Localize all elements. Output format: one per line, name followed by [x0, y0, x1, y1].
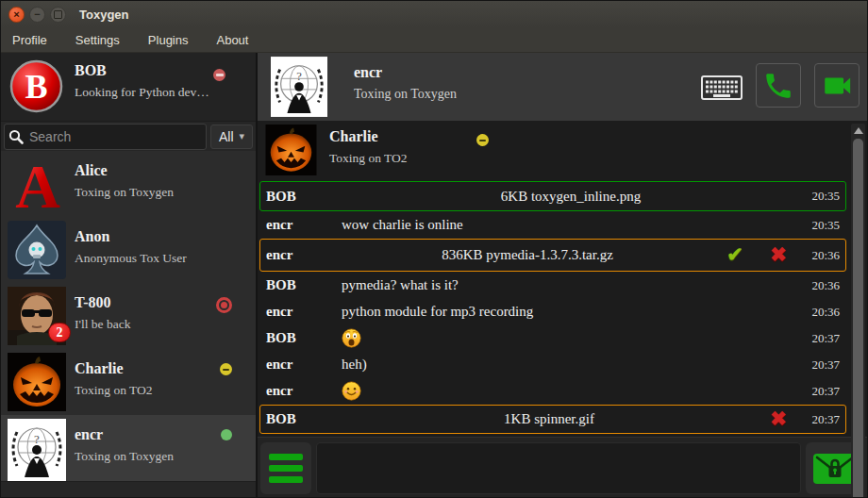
decline-transfer-button[interactable]: ✖: [757, 245, 800, 265]
chat-scrollbar[interactable]: [851, 124, 865, 498]
menu-bar: Profile Settings Plugins About: [1, 27, 867, 53]
encr-avatar: ?: [8, 419, 66, 481]
message-file-transfer: BOB 1KB spinner.gif ✖ 20:37: [259, 405, 846, 434]
chat-peer-header: Charlie Toxing on TO2: [258, 121, 867, 179]
contact-row-alice[interactable]: A Alice Toxing on Toxygen: [1, 151, 256, 217]
contact-list: A Alice Toxing on Toxygen Anon Anonymous…: [1, 151, 256, 498]
message-sender: BOB: [266, 330, 342, 346]
message-text: BOB pymedia? what is it? 20:36: [259, 273, 846, 298]
message-body: pymedia? what is it?: [342, 277, 800, 293]
message-sender: BOB: [266, 189, 342, 205]
phone-icon: [762, 70, 794, 102]
file-transfer-label: 836KB pymedia-1.3.7.3.tar.gz: [342, 247, 713, 263]
message-body: [342, 381, 800, 401]
svg-text:A: A: [15, 155, 60, 215]
svg-text:?: ?: [296, 70, 302, 83]
chevron-down-icon: ▾: [239, 130, 244, 142]
minimize-button[interactable]: −: [29, 7, 45, 23]
charlie-avatar: [8, 353, 66, 411]
hamburger-icon: [269, 465, 303, 472]
active-contact-avatar: ?: [271, 56, 327, 118]
message-file-transfer: BOB 6KB toxygen_inline.png 20:35: [259, 181, 846, 211]
arrow-up-icon: [854, 127, 863, 134]
smile-emoji: [342, 381, 361, 401]
message-body: [342, 328, 800, 348]
self-avatar: B: [9, 59, 63, 113]
message-emoji: encr: [259, 378, 846, 404]
message-body: python module for mp3 recording: [342, 304, 800, 320]
left-panel: B BOB Looking for Python dev… All ▾: [1, 53, 256, 498]
menu-plugins[interactable]: Plugins: [148, 33, 189, 47]
message-input-bar: [258, 437, 867, 498]
contact-status-message: Toxing on Toxygen: [75, 185, 174, 200]
close-button[interactable]: ×: [8, 7, 25, 23]
message-input[interactable]: [316, 442, 801, 494]
online-status-icon: [221, 429, 232, 440]
menu-settings[interactable]: Settings: [75, 33, 120, 47]
video-call-button[interactable]: [814, 63, 860, 108]
message-body: wow charlie is online: [342, 217, 800, 233]
message-sender: encr: [266, 217, 342, 233]
chat-peer-status-message: Toxing on TO2: [329, 151, 408, 166]
audio-call-button[interactable]: [756, 63, 801, 108]
contact-row-encr[interactable]: ? encr Toxing on Toxygen: [1, 415, 256, 481]
message-text: encr heh) 20:37: [259, 352, 846, 377]
contact-name: Charlie: [75, 360, 124, 377]
fearful-emoji: [342, 328, 361, 348]
contact-filter-dropdown[interactable]: All ▾: [210, 124, 253, 149]
message-time: 20:37: [800, 331, 840, 346]
accept-transfer-button[interactable]: ✔: [713, 245, 757, 265]
maximize-button[interactable]: [50, 7, 66, 23]
away-status-icon: [220, 363, 232, 375]
message-body: heh): [342, 357, 800, 373]
message-sender: encr: [266, 304, 342, 320]
self-profile[interactable]: B BOB Looking for Python dev…: [1, 53, 256, 121]
keyboard-icon[interactable]: [701, 75, 743, 100]
message-time: 20:37: [800, 412, 840, 427]
window-title: Toxygen: [79, 8, 129, 22]
message-time: 20:37: [800, 357, 840, 373]
search-input[interactable]: [27, 128, 202, 145]
search-box: [4, 124, 207, 150]
message-sender: encr: [266, 383, 342, 399]
chat-panel: Charlie Toxing on TO2 BOB 6KB toxygen_in…: [258, 121, 867, 498]
menu-profile[interactable]: Profile: [12, 33, 47, 47]
contact-status-message: Toxing on TO2: [75, 383, 153, 398]
away-status-icon: [476, 134, 489, 146]
message-time: 20:35: [800, 189, 840, 204]
message-sender: BOB: [266, 411, 342, 427]
message-time: 20:35: [800, 218, 840, 233]
search-row: All ▾: [1, 121, 256, 151]
message-file-transfer: encr 836KB pymedia-1.3.7.3.tar.gz ✔ ✖ 20…: [259, 239, 846, 272]
contact-list-filler: [1, 481, 256, 498]
alice-avatar: A: [8, 155, 68, 215]
file-transfer-label: 6KB toxygen_inline.png: [342, 189, 800, 205]
message-time: 20:36: [800, 248, 840, 263]
active-contact-status-message: Toxing on Toxygen: [354, 87, 457, 102]
message-sender: encr: [266, 247, 342, 263]
contact-name: T-800: [75, 294, 111, 311]
chat-menu-button[interactable]: [260, 442, 311, 494]
contact-row-charlie[interactable]: Charlie Toxing on TO2: [1, 349, 256, 415]
menu-about[interactable]: About: [216, 33, 248, 47]
contact-row-t800[interactable]: T-800 I'll be back 2: [1, 283, 256, 349]
decline-transfer-button[interactable]: ✖: [757, 409, 800, 429]
toxygen-window: × − Toxygen Profile Settings Plugins Abo…: [0, 0, 868, 498]
anon-avatar: [8, 221, 66, 279]
message-time: 20:36: [800, 278, 840, 293]
contact-name: Alice: [75, 162, 108, 179]
message-text: encr wow charlie is online 20:35: [259, 212, 846, 238]
contact-status-message: Anonymous Tox User: [75, 251, 187, 266]
contact-name: Anon: [75, 228, 109, 245]
scrollbar-thumb[interactable]: [853, 139, 863, 498]
message-text: encr python module for mp3 recording 20:…: [259, 299, 846, 324]
contact-name: encr: [75, 426, 103, 443]
right-panel: ? encr Toxing on Toxygen: [256, 53, 867, 498]
scroll-up-button[interactable]: [851, 124, 865, 137]
active-contact-name: encr: [354, 64, 382, 81]
filter-value: All: [219, 129, 234, 144]
contact-row-anon[interactable]: Anon Anonymous Tox User: [1, 217, 256, 283]
contact-status-message: I'll be back: [75, 317, 130, 332]
busy-status-icon: [216, 297, 232, 313]
file-transfer-label: 1KB spinner.gif: [342, 411, 757, 427]
